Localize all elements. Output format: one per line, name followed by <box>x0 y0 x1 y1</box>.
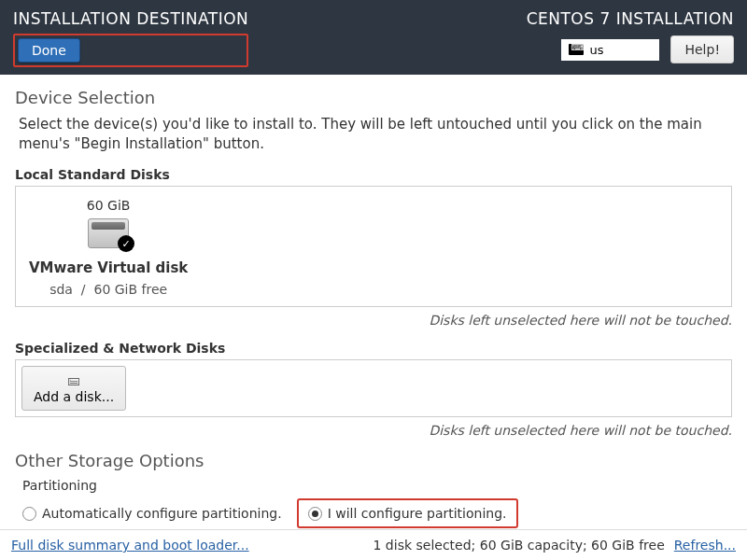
disk-details: sda / 60 GiB free <box>49 282 167 297</box>
manual-highlight: I will configure partitioning. <box>297 498 518 528</box>
local-disks-hint: Disks left unselected here will not be t… <box>15 313 732 328</box>
partitioning-label: Partitioning <box>22 478 732 493</box>
keyboard-layout-indicator[interactable]: us <box>561 39 659 61</box>
disk-name: VMware Virtual disk <box>29 259 188 276</box>
network-disks-label: Specialized & Network Disks <box>15 341 732 356</box>
refresh-link[interactable]: Refresh... <box>674 538 736 553</box>
device-selection-heading: Device Selection <box>15 88 732 107</box>
help-button[interactable]: Help! <box>670 35 734 63</box>
partitioning-radios: Automatically configure partitioning. I … <box>22 498 732 528</box>
radio-icon <box>22 507 36 521</box>
manual-partition-label: I will configure partitioning. <box>328 506 507 521</box>
disk-icon-wrap <box>88 218 129 248</box>
instructions-text: Select the device(s) you'd like to insta… <box>19 115 728 154</box>
disk-summary-link[interactable]: Full disk summary and boot loader... <box>11 538 249 553</box>
add-disk-label: Add a disk... <box>34 389 114 404</box>
main-content: Device Selection Select the device(s) yo… <box>0 75 747 553</box>
header-bar: INSTALLATION DESTINATION Done CENTOS 7 I… <box>0 0 747 75</box>
disk-item[interactable]: 60 GiB VMware Virtual disk sda / 60 GiB … <box>29 198 188 297</box>
network-disks-hint: Disks left unselected here will not be t… <box>15 423 732 438</box>
footer-status: 1 disk selected; 60 GiB capacity; 60 GiB… <box>374 538 665 553</box>
keyboard-layout-text: us <box>589 43 603 57</box>
check-icon <box>118 235 134 252</box>
page-title: INSTALLATION DESTINATION <box>13 9 248 28</box>
auto-partition-option[interactable]: Automatically configure partitioning. <box>22 506 282 521</box>
network-disks-container: 🖴 Add a disk... <box>15 359 732 417</box>
manual-partition-option[interactable]: I will configure partitioning. <box>308 506 507 521</box>
installer-title: CENTOS 7 INSTALLATION <box>527 9 734 28</box>
disk-size: 60 GiB <box>87 198 131 213</box>
radio-icon <box>308 507 322 521</box>
done-button[interactable]: Done <box>18 38 80 63</box>
storage-options-heading: Other Storage Options <box>15 451 732 470</box>
add-disk-button[interactable]: 🖴 Add a disk... <box>21 366 126 411</box>
local-disks-label: Local Standard Disks <box>15 167 732 182</box>
auto-partition-label: Automatically configure partitioning. <box>42 506 282 521</box>
local-disks-container: 60 GiB VMware Virtual disk sda / 60 GiB … <box>15 186 732 307</box>
footer-bar: Full disk summary and boot loader... 1 d… <box>0 529 747 560</box>
add-disk-icon: 🖴 <box>67 372 80 387</box>
keyboard-icon <box>569 44 584 55</box>
done-highlight: Done <box>13 34 248 67</box>
